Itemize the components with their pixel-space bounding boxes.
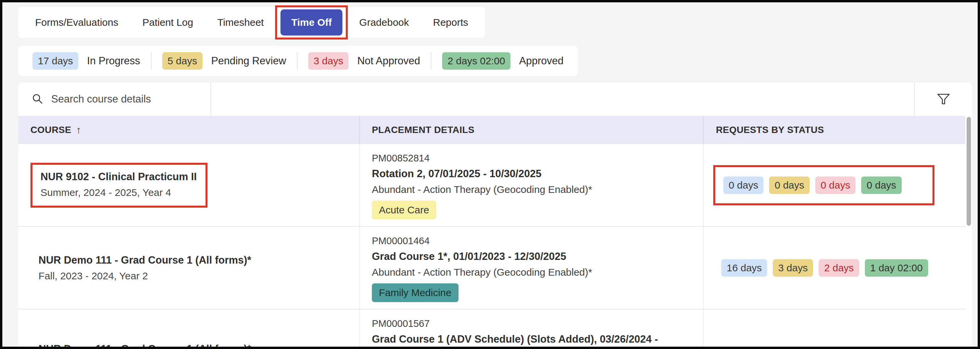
requests-annotation-box: 0 days0 days0 days0 days: [713, 165, 934, 205]
status-summary-group: 2 days 02:00 Approved: [431, 52, 574, 70]
requests-cell: 0 days0 days0 days0 days: [703, 309, 965, 349]
search-field[interactable]: [18, 82, 211, 116]
search-input[interactable]: [51, 93, 199, 105]
requests-cell: 16 days3 days2 days1 day 02:00: [703, 227, 965, 309]
tab-label: Gradebook: [359, 17, 409, 28]
course-term: Fall, 2023 - 2024, Year 2: [38, 270, 251, 282]
request-status-chip: 0 days: [769, 177, 809, 194]
table-row[interactable]: NUR Demo 111 - Grad Course 1 (All forms)…: [18, 226, 965, 309]
column-header-placement-label: PLACEMENT DETAILS: [372, 124, 475, 135]
status-count-chip: 5 days: [162, 52, 202, 70]
column-header-course[interactable]: COURSE ↑: [18, 116, 359, 144]
status-count-chip: 2 days 02:00: [442, 52, 511, 70]
requests-cell: 0 days0 days0 days0 days: [703, 144, 965, 226]
table-header: COURSE ↑ PLACEMENT DETAILS REQUESTS BY S…: [18, 116, 965, 144]
placement-rotation: Grad Course 1 (ADV Schedule) (Slots Adde…: [372, 333, 691, 349]
status-label: Approved: [519, 55, 564, 67]
tab-label: Reports: [433, 17, 468, 28]
status-summary-bar: 17 days In Progress 5 days Pending Revie…: [18, 46, 578, 76]
app-window: Forms/Evaluations Patient Log Timesheet …: [0, 0, 980, 349]
tab-label: Time Off: [291, 17, 332, 28]
requests-annotation-box: 0 days0 days0 days0 days: [721, 348, 900, 349]
tab[interactable]: Timesheet: [205, 7, 276, 38]
placement-specialty-tag: Acute Care: [372, 201, 436, 219]
placement-specialty-tag: Family Medicine: [372, 284, 458, 302]
placement-cell: PM00001567 Grad Course 1 (ADV Schedule) …: [359, 309, 703, 349]
status-summary-group: 5 days Pending Review: [151, 52, 297, 70]
course-annotation-box: NUR Demo 111 - Grad Course 1 (All forms)…: [38, 254, 251, 282]
tab[interactable]: Time Off: [280, 10, 342, 35]
status-label: In Progress: [87, 55, 140, 67]
request-status-chip: 3 days: [773, 259, 813, 277]
course-cell: NUR 9102 - Clinical Practicum II Summer,…: [18, 144, 359, 226]
status-label: Not Approved: [357, 55, 420, 67]
sort-ascending-icon: ↑: [76, 124, 81, 135]
request-chips: 16 days3 days2 days1 day 02:00: [721, 259, 928, 277]
request-status-chip: 0 days: [813, 348, 853, 349]
placement-site: Abundant - Action Therapy (Geocoding Ena…: [372, 184, 691, 195]
request-status-chip: 0 days: [861, 177, 901, 194]
tab-label: Forms/Evaluations: [35, 17, 118, 28]
table-row[interactable]: NUR Demo 111 - Grad Course 1 (All forms)…: [18, 309, 965, 349]
placement-cell: PM00001464 Grad Course 1*, 01/01/2023 - …: [359, 227, 703, 309]
request-status-chip: 1 day 02:00: [865, 259, 928, 277]
status-label: Pending Review: [211, 55, 286, 67]
request-status-chip: 0 days: [721, 348, 762, 349]
search-icon: [32, 93, 44, 105]
placement-id: PM00001567: [372, 318, 691, 329]
column-header-course-label: COURSE: [30, 124, 71, 135]
course-annotation-box: NUR Demo 111 - Grad Course 1 (All forms)…: [38, 343, 251, 349]
request-status-chip: 0 days: [767, 348, 807, 349]
course-cell: NUR Demo 111 - Grad Course 1 (All forms)…: [18, 309, 359, 349]
tab-bar: Forms/Evaluations Patient Log Timesheet …: [18, 7, 485, 38]
course-term: Summer, 2024 - 2025, Year 4: [40, 187, 197, 198]
status-count-chip: 17 days: [32, 52, 78, 70]
tab[interactable]: Gradebook: [347, 7, 421, 38]
request-chips: 0 days0 days0 days0 days: [723, 177, 902, 194]
course-title: NUR 9102 - Clinical Practicum II: [40, 171, 197, 183]
course-annotation-box: NUR 9102 - Clinical Practicum II Summer,…: [30, 163, 207, 208]
tab[interactable]: Forms/Evaluations: [23, 7, 130, 38]
table-row[interactable]: NUR 9102 - Clinical Practicum II Summer,…: [18, 144, 965, 226]
requests-annotation-box: 16 days3 days2 days1 day 02:00: [721, 259, 928, 277]
request-chips: 0 days0 days0 days0 days: [721, 348, 900, 349]
search-row-spacer: [211, 82, 914, 116]
request-status-chip: 0 days: [723, 177, 764, 194]
placement-cell: PM00852814 Rotation 2, 07/01/2025 - 10/3…: [359, 144, 703, 226]
course-title: NUR Demo 111 - Grad Course 1 (All forms)…: [38, 343, 251, 349]
column-header-requests-by-status[interactable]: REQUESTS BY STATUS: [703, 116, 965, 144]
course-title: NUR Demo 111 - Grad Course 1 (All forms)…: [38, 254, 251, 266]
course-table-panel: COURSE ↑ PLACEMENT DETAILS REQUESTS BY S…: [18, 82, 972, 349]
placement-id: PM00852814: [372, 153, 691, 164]
filter-button[interactable]: [914, 82, 972, 116]
request-status-chip: 16 days: [721, 259, 767, 277]
vertical-scrollbar-thumb[interactable]: [967, 117, 971, 226]
request-status-chip: 0 days: [815, 177, 856, 194]
tab-label: Patient Log: [142, 17, 193, 28]
status-count-chip: 3 days: [308, 52, 348, 70]
request-status-chip: 2 days: [819, 259, 859, 277]
placement-rotation: Rotation 2, 07/01/2025 - 10/30/2025: [372, 168, 691, 180]
filter-funnel-icon: [937, 93, 950, 105]
status-summary-group: 17 days In Progress: [22, 52, 151, 70]
placement-site: Abundant - Action Therapy (Geocoding Ena…: [372, 267, 691, 278]
tab[interactable]: Reports: [421, 7, 480, 38]
placement-rotation: Grad Course 1*, 01/01/2023 - 12/30/2025: [372, 250, 691, 263]
column-header-placement-details[interactable]: PLACEMENT DETAILS: [359, 116, 703, 144]
table-body: NUR 9102 - Clinical Practicum II Summer,…: [18, 144, 965, 349]
request-status-chip: 0 days: [859, 348, 899, 349]
course-cell: NUR Demo 111 - Grad Course 1 (All forms)…: [18, 227, 359, 309]
search-row: [18, 82, 972, 116]
tab[interactable]: Patient Log: [130, 7, 205, 38]
tab-label: Timesheet: [217, 17, 264, 28]
placement-id: PM00001464: [372, 236, 691, 247]
column-header-requests-label: REQUESTS BY STATUS: [716, 124, 824, 135]
status-summary-group: 3 days Not Approved: [297, 52, 431, 70]
